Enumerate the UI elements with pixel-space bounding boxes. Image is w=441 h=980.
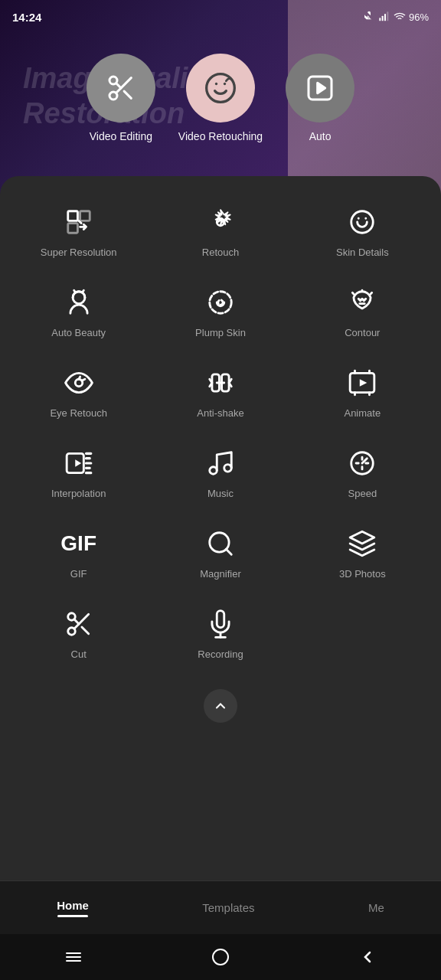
category-circle-video-editing xyxy=(87,54,155,122)
svg-line-7 xyxy=(124,91,131,98)
menu-item-skin-details[interactable]: Skin Details xyxy=(292,191,433,272)
recording-icon xyxy=(204,607,237,641)
category-circle-auto xyxy=(286,54,354,122)
interpolation-icon xyxy=(62,446,96,480)
menu-item-recording[interactable]: Recording xyxy=(149,593,291,674)
svg-line-37 xyxy=(74,619,79,624)
3d-photos-icon xyxy=(345,527,379,560)
menu-item-3d-photos[interactable]: 3D Photos xyxy=(292,513,433,593)
category-circle-video-retouching xyxy=(186,54,255,122)
menu-item-music[interactable]: Music xyxy=(149,433,291,513)
magnifier-icon xyxy=(204,527,237,560)
menu-label-speed: Speed xyxy=(348,488,377,499)
retouch-icon xyxy=(204,205,237,239)
menu-item-auto-beauty[interactable]: Auto Beauty xyxy=(8,272,149,352)
svg-point-18 xyxy=(351,211,374,234)
menu-label-gif: GIF xyxy=(70,568,87,580)
plump-skin-icon xyxy=(204,286,237,319)
recent-apps-icon xyxy=(64,949,83,965)
status-time: 14:24 xyxy=(12,11,41,24)
animate-icon xyxy=(345,366,379,400)
menu-item-cut[interactable]: Cut xyxy=(8,593,149,674)
auto-beauty-icon xyxy=(62,286,96,319)
menu-label-animate: Animate xyxy=(344,407,381,419)
bottom-nav: Home Templates Me xyxy=(0,880,441,934)
menu-grid: Super Resolution Retouch Skin Details Au… xyxy=(8,191,433,674)
category-row: Video Editing Video Retouching Auto xyxy=(0,54,441,142)
nav-label-me: Me xyxy=(368,901,384,914)
menu-label-cut: Cut xyxy=(71,648,87,660)
menu-item-interpolation[interactable]: Interpolation xyxy=(8,433,149,513)
category-label-auto: Auto xyxy=(309,130,332,142)
status-bar: 14:24 96% xyxy=(0,0,441,34)
svg-rect-14 xyxy=(67,211,77,221)
svg-point-29 xyxy=(210,467,217,475)
menu-label-music: Music xyxy=(207,488,234,499)
menu-label-retouch: Retouch xyxy=(202,247,239,258)
face-smile-icon xyxy=(204,71,237,105)
menu-item-plump-skin[interactable]: Plump Skin xyxy=(149,272,291,352)
menu-label-3d-photos: 3D Photos xyxy=(339,568,386,580)
svg-line-36 xyxy=(82,627,89,634)
gif-text-label: GIF xyxy=(60,533,96,554)
category-auto[interactable]: Auto xyxy=(286,54,354,142)
nav-label-templates: Templates xyxy=(202,901,254,914)
svg-point-21 xyxy=(218,300,223,305)
eye-retouch-icon xyxy=(62,366,96,400)
svg-point-20 xyxy=(210,292,232,314)
menu-item-speed[interactable]: Speed xyxy=(292,433,433,513)
back-icon xyxy=(358,948,377,966)
menu-item-contour[interactable]: Contour xyxy=(292,272,433,352)
menu-item-retouch[interactable]: Retouch xyxy=(149,191,291,272)
svg-rect-2 xyxy=(384,14,386,21)
svg-marker-28 xyxy=(75,459,81,467)
menu-item-anti-shake[interactable]: Anti-shake xyxy=(149,352,291,433)
svg-rect-1 xyxy=(382,16,384,21)
svg-line-8 xyxy=(116,83,120,88)
menu-item-eye-retouch[interactable]: Eye Retouch xyxy=(8,352,149,433)
battery-text: 96% xyxy=(409,11,429,23)
svg-marker-13 xyxy=(318,83,325,93)
menu-label-recording: Recording xyxy=(198,648,243,660)
play-square-icon xyxy=(305,73,335,103)
menu-panel: Super Resolution Retouch Skin Details Au… xyxy=(0,176,441,880)
cut-icon xyxy=(62,607,96,641)
muted-icon xyxy=(363,11,375,23)
menu-label-plump-skin: Plump Skin xyxy=(195,327,246,338)
sys-nav-recent-button[interactable] xyxy=(60,943,87,971)
menu-item-gif[interactable]: GIF GIF xyxy=(8,513,149,593)
nav-item-home[interactable]: Home xyxy=(34,893,112,923)
menu-label-anti-shake: Anti-shake xyxy=(197,407,243,419)
nav-item-me[interactable]: Me xyxy=(345,895,407,920)
gif-icon: GIF xyxy=(62,527,96,560)
nav-item-templates[interactable]: Templates xyxy=(179,895,277,920)
wifi-icon xyxy=(394,11,406,23)
category-video-retouching[interactable]: Video Retouching xyxy=(178,54,263,142)
menu-item-super-resolution[interactable]: Super Resolution xyxy=(8,191,149,272)
menu-item-magnifier[interactable]: Magnifier xyxy=(149,513,291,593)
super-resolution-icon xyxy=(62,205,96,239)
category-video-editing[interactable]: Video Editing xyxy=(87,54,155,142)
skin-details-icon xyxy=(345,205,379,239)
scissors-icon xyxy=(106,73,136,103)
sys-nav-back-button[interactable] xyxy=(354,943,381,971)
contour-icon xyxy=(345,286,379,319)
nav-label-home: Home xyxy=(57,899,89,912)
svg-rect-3 xyxy=(387,11,388,21)
system-nav-bar xyxy=(0,934,441,980)
menu-label-contour: Contour xyxy=(345,327,380,338)
speed-icon xyxy=(345,446,379,480)
menu-label-interpolation: Interpolation xyxy=(51,488,106,499)
collapse-button-area xyxy=(8,681,433,730)
sys-nav-home-button[interactable] xyxy=(207,943,234,971)
category-label-video-retouching: Video Retouching xyxy=(178,130,263,142)
svg-point-43 xyxy=(213,949,228,965)
collapse-button[interactable] xyxy=(204,689,237,723)
menu-label-skin-details: Skin Details xyxy=(336,247,389,258)
svg-rect-16 xyxy=(67,224,77,234)
svg-point-30 xyxy=(224,465,232,472)
menu-label-super-resolution: Super Resolution xyxy=(41,247,117,258)
signal-icon xyxy=(378,11,390,23)
menu-item-animate[interactable]: Animate xyxy=(292,352,433,433)
svg-rect-0 xyxy=(379,18,381,21)
